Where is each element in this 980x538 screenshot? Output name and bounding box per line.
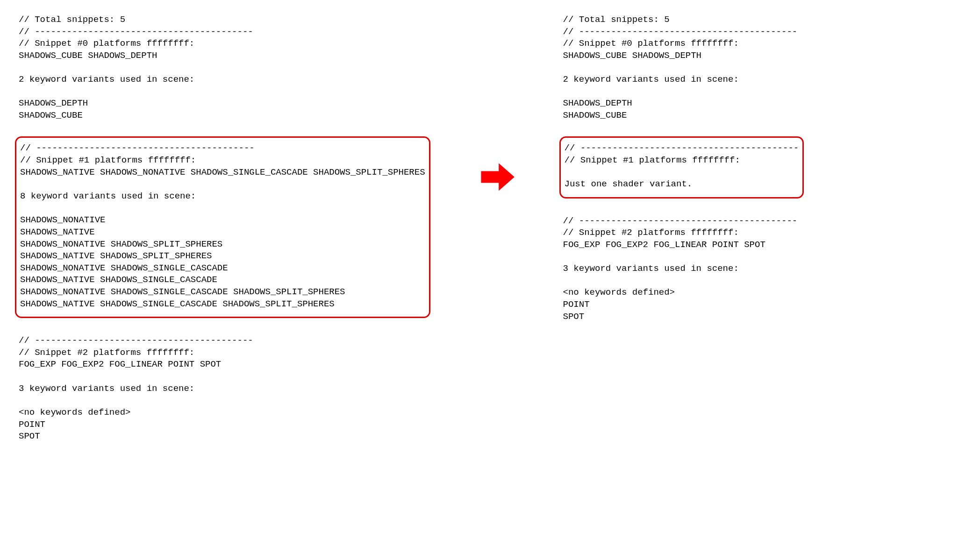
right-highlight-box: // -------------------------------------… [559, 136, 804, 198]
right-column: // Total snippets: 5 // ----------------… [563, 14, 804, 323]
arrow-icon [477, 157, 516, 197]
spacer [563, 122, 804, 134]
right-tail: // -------------------------------------… [563, 215, 804, 323]
left-intro: // Total snippets: 5 // ----------------… [19, 14, 430, 122]
left-column: // Total snippets: 5 // ----------------… [19, 14, 430, 443]
left-tail: // -------------------------------------… [19, 335, 430, 443]
left-highlight-box: // -------------------------------------… [15, 136, 430, 318]
spacer [19, 323, 430, 335]
spacer [19, 122, 430, 134]
right-intro: // Total snippets: 5 // ----------------… [563, 14, 804, 122]
spacer [563, 203, 804, 215]
svg-marker-0 [481, 163, 514, 191]
